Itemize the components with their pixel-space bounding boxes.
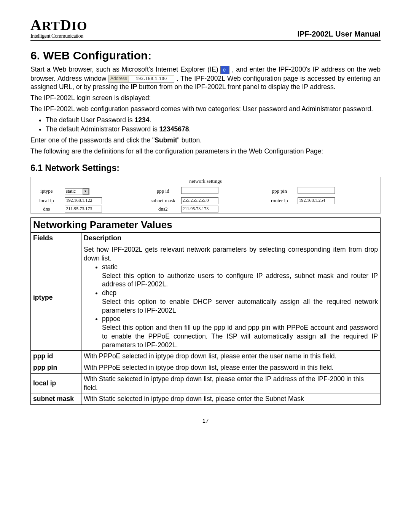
text-input[interactable] — [298, 187, 335, 194]
parameter-values-table: Fields Description iptypeSet how IPF-200… — [30, 232, 381, 405]
field-cell: 192.168.1.254 — [295, 197, 380, 205]
table-row: ppp pinWith PPPoE selected in iptype dro… — [31, 362, 381, 374]
list-item: staticSelect this option to authorize us… — [102, 263, 378, 289]
chevron-down-icon[interactable]: ▾ — [83, 189, 89, 195]
field-label: ppp pin — [264, 186, 295, 197]
field-label: local ip — [31, 197, 62, 205]
field-cell — [179, 186, 264, 197]
field-label: router ip — [264, 197, 295, 205]
network-settings-panel: network settings iptypestatic▾ppp idppp … — [30, 177, 381, 214]
field-name: local ip — [31, 373, 81, 393]
list-item: pppoeSelect this option and then fill up… — [102, 315, 378, 349]
address-label: Address — [109, 76, 129, 82]
field-description: With PPPoE selected in iptype drop down … — [81, 351, 381, 362]
field-description: With Static selected in iptype drop down… — [81, 373, 381, 393]
table-row: ppp idWith PPPoE selected in iptype drop… — [31, 351, 381, 362]
page-number: 17 — [30, 417, 381, 425]
t: . — [189, 125, 191, 133]
text-input[interactable]: 211.95.73.173 — [65, 206, 102, 212]
intro-p4: Enter one of the passwords and click the… — [30, 136, 381, 145]
t: button from on the IPF-2002L front panel… — [137, 83, 335, 91]
field-cell: 192.168.1.122 — [62, 197, 147, 205]
panel-title: network settings — [31, 177, 380, 186]
field-label: dns — [31, 205, 62, 213]
field-label: dns2 — [147, 205, 179, 213]
field-label — [264, 205, 295, 213]
field-name: ppp pin — [31, 362, 81, 374]
t: Enter one of the passwords and click the… — [30, 136, 155, 144]
logo-text: ARTDIO — [30, 15, 88, 35]
field-name: iptype — [31, 244, 81, 351]
field-description: Set how IPF-2002L gets relevant network … — [81, 244, 381, 351]
t: . — [149, 116, 151, 124]
field-label: ppp id — [147, 186, 179, 197]
table-row: iptypestatic▾ppp idppp pin — [31, 186, 380, 197]
t: " button. — [177, 136, 202, 144]
field-description: With Static selected in iptype drop down… — [81, 393, 381, 405]
field-cell: 211.95.73.173 — [179, 205, 264, 213]
col-fields: Fields — [31, 233, 81, 244]
field-cell: 211.95.73.173 — [62, 205, 147, 213]
field-cell: static▾ — [62, 186, 147, 197]
page-header: ARTDIO Intelligent Communication IPF-200… — [30, 15, 381, 41]
t: IP — [131, 83, 137, 91]
table-row: iptypeSet how IPF-2002L gets relevant ne… — [31, 244, 381, 351]
address-value: 192.168.1.100 — [129, 76, 174, 82]
t: 12345678 — [159, 125, 189, 133]
text-input[interactable]: 255.255.255.0 — [181, 197, 218, 204]
t: The default User Password is — [46, 116, 134, 124]
field-cell: 255.255.255.0 — [179, 197, 264, 205]
field-label: iptype — [31, 186, 62, 197]
intro-p1: Start a Web browser, such as Microsoft's… — [30, 65, 381, 91]
t: The default Administrator Password is — [46, 125, 159, 133]
text-input[interactable]: 192.168.1.122 — [65, 197, 102, 204]
parameter-values-section: Networking Parameter Values Fields Descr… — [30, 217, 381, 405]
table-header-row: Fields Description — [31, 233, 381, 244]
field-name: ppp id — [31, 351, 81, 362]
text-input[interactable] — [181, 187, 218, 194]
manual-title: IPF-2002L User Manual — [297, 29, 381, 39]
field-label: subnet mask — [147, 197, 179, 205]
field-cell — [295, 205, 380, 213]
intro-p2: The IPF-2002L login screen is displayed: — [30, 94, 381, 102]
table-row: local ip192.168.1.122subnet mask255.255.… — [31, 197, 380, 205]
t: 1234 — [134, 116, 149, 124]
t: Submit — [155, 136, 177, 144]
subsection-title: 6.1 Network Settings: — [30, 163, 381, 174]
address-bar: Address 192.168.1.100 — [108, 75, 174, 83]
t: Start a Web browser, such as Microsoft's… — [30, 66, 220, 73]
section-title: 6. WEB Configuration: — [30, 48, 381, 63]
password-list: The default User Password is 1234. The d… — [46, 116, 381, 134]
table-row: subnet maskWith Static selected in iptyp… — [31, 393, 381, 405]
pv-title: Networking Parameter Values — [30, 217, 381, 232]
intro-p3: The IPF-2002L web configuration password… — [30, 105, 381, 113]
field-cell — [295, 186, 380, 197]
ie-icon — [220, 66, 229, 74]
table-row: dns211.95.73.173dns2211.95.73.173 — [31, 205, 380, 213]
field-description: With PPPoE selected in iptype drop down … — [81, 362, 381, 374]
logo: ARTDIO Intelligent Communication — [30, 15, 88, 40]
list-item: The default Administrator Password is 12… — [46, 125, 381, 134]
text-input[interactable]: 192.168.1.254 — [298, 197, 335, 204]
intro-p5: The following are the definitions for al… — [30, 147, 381, 156]
table-row: local ipWith Static selected in iptype d… — [31, 373, 381, 393]
list-item: dhcpSelect this option to enable DHCP se… — [102, 289, 378, 315]
field-name: subnet mask — [31, 393, 81, 405]
text-input[interactable]: 211.95.73.173 — [181, 206, 218, 212]
col-description: Description — [81, 233, 381, 244]
logo-subtext: Intelligent Communication — [30, 33, 88, 40]
iptype-select[interactable]: static▾ — [65, 188, 89, 195]
list-item: The default User Password is 1234. — [46, 116, 381, 125]
network-settings-table: iptypestatic▾ppp idppp pinlocal ip192.16… — [31, 186, 380, 213]
